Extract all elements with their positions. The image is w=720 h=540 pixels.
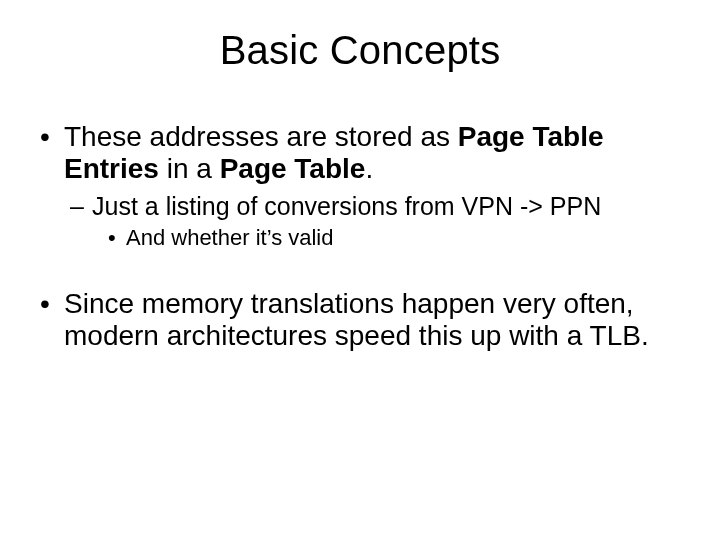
text-run: These addresses are stored as [64,121,458,152]
slide-title: Basic Concepts [38,28,682,73]
bullet-level1: These addresses are stored as Page Table… [38,121,682,186]
bullet-level1: Since memory translations happen very of… [38,288,682,353]
text-bold: Page Table [220,153,366,184]
text-run: And whether it’s valid [126,225,334,250]
bullet-level2: Just a listing of conversions from VPN -… [38,192,682,222]
text-run: . [365,153,373,184]
text-run: Since memory translations happen very of… [64,288,649,351]
text-run: in a [159,153,220,184]
text-run: Just a listing of conversions from VPN -… [92,192,601,220]
bullet-level3: And whether it’s valid [38,225,682,251]
spacer [38,252,682,288]
slide: Basic Concepts These addresses are store… [0,0,720,540]
